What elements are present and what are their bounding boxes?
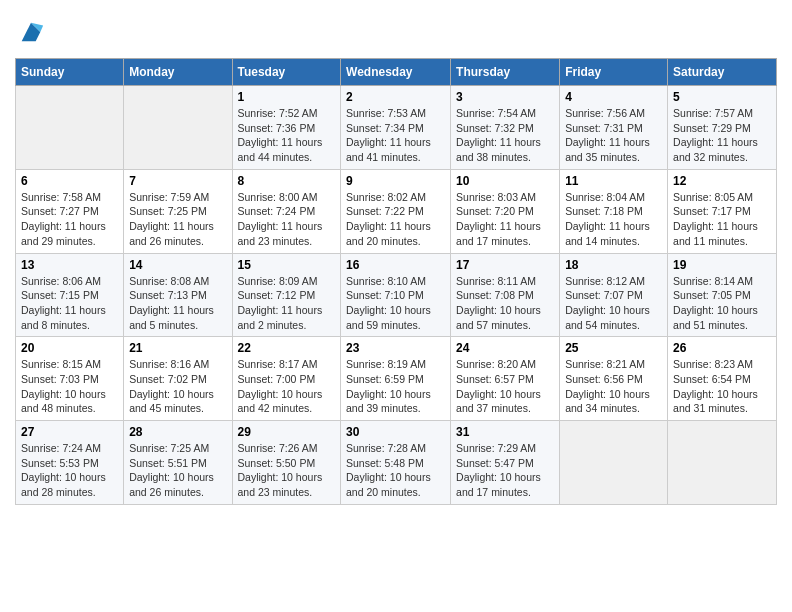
day-info: Sunrise: 7:25 AM Sunset: 5:51 PM Dayligh…	[129, 441, 226, 500]
day-info: Sunrise: 7:59 AM Sunset: 7:25 PM Dayligh…	[129, 190, 226, 249]
calendar-cell: 11Sunrise: 8:04 AM Sunset: 7:18 PM Dayli…	[560, 169, 668, 253]
day-number: 24	[456, 341, 554, 355]
day-number: 8	[238, 174, 336, 188]
column-header-sunday: Sunday	[16, 59, 124, 86]
day-info: Sunrise: 8:10 AM Sunset: 7:10 PM Dayligh…	[346, 274, 445, 333]
calendar-cell: 20Sunrise: 8:15 AM Sunset: 7:03 PM Dayli…	[16, 337, 124, 421]
day-number: 3	[456, 90, 554, 104]
page-header	[15, 10, 777, 50]
day-info: Sunrise: 8:21 AM Sunset: 6:56 PM Dayligh…	[565, 357, 662, 416]
calendar-table: SundayMondayTuesdayWednesdayThursdayFrid…	[15, 58, 777, 505]
day-number: 12	[673, 174, 771, 188]
calendar-cell: 23Sunrise: 8:19 AM Sunset: 6:59 PM Dayli…	[341, 337, 451, 421]
calendar-cell: 9Sunrise: 8:02 AM Sunset: 7:22 PM Daylig…	[341, 169, 451, 253]
calendar-cell: 13Sunrise: 8:06 AM Sunset: 7:15 PM Dayli…	[16, 253, 124, 337]
day-number: 16	[346, 258, 445, 272]
day-number: 6	[21, 174, 118, 188]
day-number: 30	[346, 425, 445, 439]
calendar-cell: 29Sunrise: 7:26 AM Sunset: 5:50 PM Dayli…	[232, 421, 341, 505]
calendar-cell: 25Sunrise: 8:21 AM Sunset: 6:56 PM Dayli…	[560, 337, 668, 421]
day-info: Sunrise: 8:06 AM Sunset: 7:15 PM Dayligh…	[21, 274, 118, 333]
day-number: 10	[456, 174, 554, 188]
day-number: 18	[565, 258, 662, 272]
column-header-monday: Monday	[124, 59, 232, 86]
calendar-cell: 3Sunrise: 7:54 AM Sunset: 7:32 PM Daylig…	[451, 86, 560, 170]
calendar-cell: 30Sunrise: 7:28 AM Sunset: 5:48 PM Dayli…	[341, 421, 451, 505]
calendar-cell: 1Sunrise: 7:52 AM Sunset: 7:36 PM Daylig…	[232, 86, 341, 170]
day-number: 20	[21, 341, 118, 355]
column-header-thursday: Thursday	[451, 59, 560, 86]
day-info: Sunrise: 8:11 AM Sunset: 7:08 PM Dayligh…	[456, 274, 554, 333]
day-info: Sunrise: 8:23 AM Sunset: 6:54 PM Dayligh…	[673, 357, 771, 416]
day-info: Sunrise: 7:26 AM Sunset: 5:50 PM Dayligh…	[238, 441, 336, 500]
calendar-cell: 18Sunrise: 8:12 AM Sunset: 7:07 PM Dayli…	[560, 253, 668, 337]
day-number: 5	[673, 90, 771, 104]
day-number: 17	[456, 258, 554, 272]
day-number: 21	[129, 341, 226, 355]
calendar-cell: 8Sunrise: 8:00 AM Sunset: 7:24 PM Daylig…	[232, 169, 341, 253]
day-number: 26	[673, 341, 771, 355]
day-number: 13	[21, 258, 118, 272]
day-number: 31	[456, 425, 554, 439]
day-number: 4	[565, 90, 662, 104]
day-info: Sunrise: 7:54 AM Sunset: 7:32 PM Dayligh…	[456, 106, 554, 165]
calendar-cell: 14Sunrise: 8:08 AM Sunset: 7:13 PM Dayli…	[124, 253, 232, 337]
day-info: Sunrise: 8:20 AM Sunset: 6:57 PM Dayligh…	[456, 357, 554, 416]
day-info: Sunrise: 7:52 AM Sunset: 7:36 PM Dayligh…	[238, 106, 336, 165]
calendar-cell: 6Sunrise: 7:58 AM Sunset: 7:27 PM Daylig…	[16, 169, 124, 253]
day-info: Sunrise: 8:02 AM Sunset: 7:22 PM Dayligh…	[346, 190, 445, 249]
logo	[15, 18, 45, 50]
calendar-cell: 21Sunrise: 8:16 AM Sunset: 7:02 PM Dayli…	[124, 337, 232, 421]
day-number: 27	[21, 425, 118, 439]
day-info: Sunrise: 7:57 AM Sunset: 7:29 PM Dayligh…	[673, 106, 771, 165]
day-number: 29	[238, 425, 336, 439]
day-number: 9	[346, 174, 445, 188]
calendar-cell: 16Sunrise: 8:10 AM Sunset: 7:10 PM Dayli…	[341, 253, 451, 337]
day-number: 11	[565, 174, 662, 188]
day-info: Sunrise: 7:56 AM Sunset: 7:31 PM Dayligh…	[565, 106, 662, 165]
calendar-cell: 28Sunrise: 7:25 AM Sunset: 5:51 PM Dayli…	[124, 421, 232, 505]
day-info: Sunrise: 8:00 AM Sunset: 7:24 PM Dayligh…	[238, 190, 336, 249]
calendar-cell: 4Sunrise: 7:56 AM Sunset: 7:31 PM Daylig…	[560, 86, 668, 170]
day-info: Sunrise: 8:08 AM Sunset: 7:13 PM Dayligh…	[129, 274, 226, 333]
column-header-tuesday: Tuesday	[232, 59, 341, 86]
day-number: 22	[238, 341, 336, 355]
calendar-cell: 15Sunrise: 8:09 AM Sunset: 7:12 PM Dayli…	[232, 253, 341, 337]
calendar-header-row: SundayMondayTuesdayWednesdayThursdayFrid…	[16, 59, 777, 86]
calendar-cell	[16, 86, 124, 170]
day-number: 25	[565, 341, 662, 355]
day-info: Sunrise: 8:09 AM Sunset: 7:12 PM Dayligh…	[238, 274, 336, 333]
calendar-cell: 12Sunrise: 8:05 AM Sunset: 7:17 PM Dayli…	[668, 169, 777, 253]
column-header-friday: Friday	[560, 59, 668, 86]
column-header-wednesday: Wednesday	[341, 59, 451, 86]
calendar-cell: 2Sunrise: 7:53 AM Sunset: 7:34 PM Daylig…	[341, 86, 451, 170]
day-number: 7	[129, 174, 226, 188]
day-info: Sunrise: 7:28 AM Sunset: 5:48 PM Dayligh…	[346, 441, 445, 500]
calendar-cell: 10Sunrise: 8:03 AM Sunset: 7:20 PM Dayli…	[451, 169, 560, 253]
calendar-cell	[124, 86, 232, 170]
day-number: 28	[129, 425, 226, 439]
calendar-week-3: 13Sunrise: 8:06 AM Sunset: 7:15 PM Dayli…	[16, 253, 777, 337]
logo-icon	[17, 18, 45, 46]
calendar-cell: 31Sunrise: 7:29 AM Sunset: 5:47 PM Dayli…	[451, 421, 560, 505]
calendar-week-5: 27Sunrise: 7:24 AM Sunset: 5:53 PM Dayli…	[16, 421, 777, 505]
day-info: Sunrise: 8:16 AM Sunset: 7:02 PM Dayligh…	[129, 357, 226, 416]
calendar-cell: 24Sunrise: 8:20 AM Sunset: 6:57 PM Dayli…	[451, 337, 560, 421]
day-info: Sunrise: 8:12 AM Sunset: 7:07 PM Dayligh…	[565, 274, 662, 333]
day-number: 14	[129, 258, 226, 272]
day-info: Sunrise: 7:29 AM Sunset: 5:47 PM Dayligh…	[456, 441, 554, 500]
day-number: 23	[346, 341, 445, 355]
day-number: 15	[238, 258, 336, 272]
day-info: Sunrise: 7:58 AM Sunset: 7:27 PM Dayligh…	[21, 190, 118, 249]
day-number: 19	[673, 258, 771, 272]
calendar-cell: 5Sunrise: 7:57 AM Sunset: 7:29 PM Daylig…	[668, 86, 777, 170]
calendar-week-2: 6Sunrise: 7:58 AM Sunset: 7:27 PM Daylig…	[16, 169, 777, 253]
calendar-cell: 22Sunrise: 8:17 AM Sunset: 7:00 PM Dayli…	[232, 337, 341, 421]
day-info: Sunrise: 7:24 AM Sunset: 5:53 PM Dayligh…	[21, 441, 118, 500]
day-info: Sunrise: 8:03 AM Sunset: 7:20 PM Dayligh…	[456, 190, 554, 249]
column-header-saturday: Saturday	[668, 59, 777, 86]
day-number: 1	[238, 90, 336, 104]
calendar-cell: 17Sunrise: 8:11 AM Sunset: 7:08 PM Dayli…	[451, 253, 560, 337]
day-info: Sunrise: 8:19 AM Sunset: 6:59 PM Dayligh…	[346, 357, 445, 416]
calendar-cell: 26Sunrise: 8:23 AM Sunset: 6:54 PM Dayli…	[668, 337, 777, 421]
